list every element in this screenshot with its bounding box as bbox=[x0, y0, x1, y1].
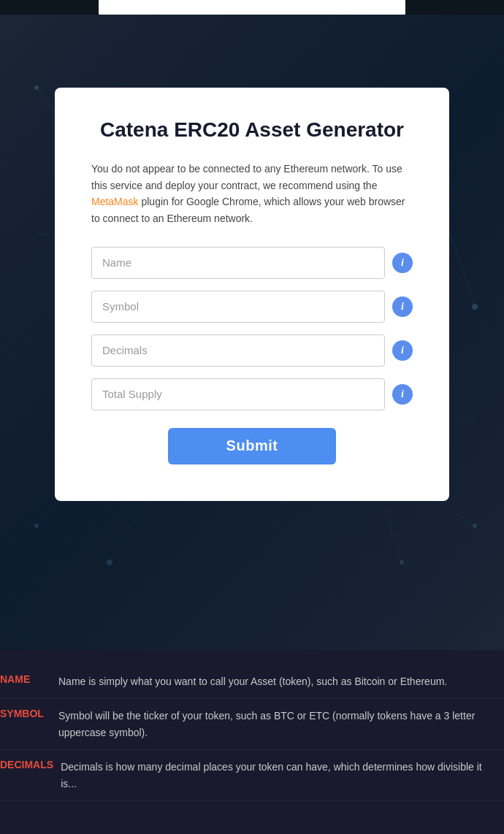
name-info-button[interactable]: i bbox=[392, 253, 413, 273]
name-info-text: Name is simply what you want to call you… bbox=[58, 673, 447, 689]
symbol-info-item: SYMBOL Symbol will be the ticker of your… bbox=[0, 699, 504, 750]
symbol-info-text: Symbol will be the ticker of your token,… bbox=[58, 708, 489, 741]
name-field-row: i bbox=[91, 247, 413, 279]
info-section: NAME Name is simply what you want to cal… bbox=[0, 650, 504, 834]
total-supply-input[interactable] bbox=[91, 378, 385, 410]
decimals-input[interactable] bbox=[91, 334, 385, 367]
svg-point-23 bbox=[34, 524, 39, 528]
card-title: Catena ERC20 Asset Generator bbox=[91, 117, 413, 143]
metamask-link[interactable]: MetaMask bbox=[91, 196, 139, 207]
name-input[interactable] bbox=[91, 247, 385, 279]
description-text-part1: You do not appear to be connected to any… bbox=[91, 163, 402, 191]
symbol-input[interactable] bbox=[91, 291, 385, 323]
svg-point-19 bbox=[472, 304, 478, 310]
top-bar bbox=[0, 0, 504, 15]
total-supply-info-button[interactable]: i bbox=[392, 384, 413, 405]
card-description: You do not appear to be connected to any… bbox=[91, 161, 413, 226]
main-card: Catena ERC20 Asset Generator You do not … bbox=[55, 88, 449, 501]
symbol-info-label: SYMBOL bbox=[0, 708, 58, 719]
name-info-label: NAME bbox=[0, 673, 58, 685]
svg-point-25 bbox=[107, 559, 112, 565]
address-bar[interactable] bbox=[99, 0, 405, 15]
submit-button[interactable]: Submit bbox=[168, 428, 336, 464]
description-text-part2: plugin for Google Chrome, which allows y… bbox=[91, 196, 405, 223]
svg-point-26 bbox=[400, 560, 404, 565]
total-supply-field-row: i bbox=[91, 378, 413, 410]
decimals-field-row: i bbox=[91, 334, 413, 367]
decimals-info-text: Decimals is how many decimal places your… bbox=[61, 759, 489, 792]
name-info-item: NAME Name is simply what you want to cal… bbox=[0, 665, 504, 699]
svg-point-15 bbox=[34, 85, 39, 90]
decimals-info-label: DECIMALS bbox=[0, 759, 61, 770]
symbol-info-button[interactable]: i bbox=[392, 297, 413, 317]
decimals-info-item: DECIMALS Decimals is how many decimal pl… bbox=[0, 750, 504, 801]
decimals-info-button[interactable]: i bbox=[392, 340, 413, 361]
main-area: Catena ERC20 Asset Generator You do not … bbox=[0, 15, 504, 650]
symbol-field-row: i bbox=[91, 291, 413, 323]
svg-point-24 bbox=[473, 524, 477, 528]
